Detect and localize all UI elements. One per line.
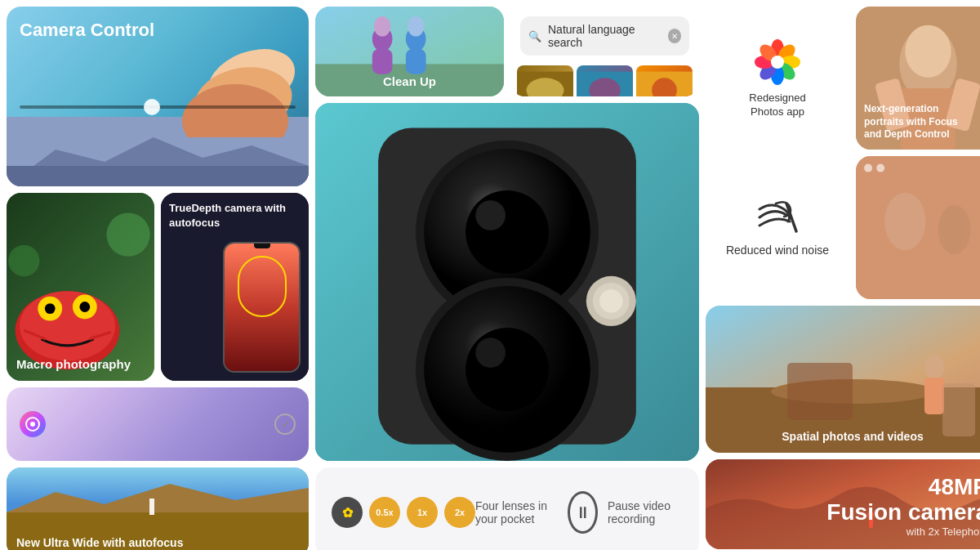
search-bar[interactable]: 🔍 Natural language search ✕ xyxy=(520,16,689,56)
svg-point-58 xyxy=(771,56,784,69)
search-thumb-1 xyxy=(517,65,573,96)
svg-point-30 xyxy=(408,16,425,37)
svg-point-14 xyxy=(106,213,149,257)
pause-button[interactable]: ⏸ xyxy=(568,491,597,534)
svg-rect-77 xyxy=(787,363,853,420)
photos-app-label: RedesignedPhotos app xyxy=(749,92,805,119)
truedepth-card: TrueDepth camera with autofocus xyxy=(161,193,309,381)
photos-app-card: RedesignedPhotos app xyxy=(706,7,849,150)
left-column: Camera Control xyxy=(7,7,309,550)
fusion-big-label: 48MPFusion camera xyxy=(826,475,980,525)
svg-point-41 xyxy=(466,190,549,274)
ultrawide-card: New Ultra Wide with autofocus xyxy=(7,467,309,550)
mid-top-row: Clean Up 🔍 Natural language search ✕ xyxy=(315,7,699,96)
camera-slider-area[interactable] xyxy=(20,105,296,109)
search-text: Natural language search xyxy=(548,23,662,49)
cleanup-card: Clean Up xyxy=(315,7,504,96)
main-grid: Camera Control xyxy=(0,0,980,550)
pause-group: ⏸ Pause video recording xyxy=(568,491,683,534)
fusion-sub-label: with 2x Telephoto xyxy=(826,525,980,538)
svg-point-42 xyxy=(475,200,506,230)
right-column: RedesignedPhotos app Next-generationport… xyxy=(706,7,980,550)
svg-rect-29 xyxy=(406,49,426,74)
camera-control-card: Camera Control xyxy=(7,7,309,186)
svg-point-9 xyxy=(45,303,56,314)
pause-label: Pause video recording xyxy=(608,499,683,525)
next-gen-label: Next-generationportraits with Focusand D… xyxy=(864,103,980,141)
svg-point-27 xyxy=(374,16,391,37)
wind-icon xyxy=(755,197,800,238)
lens-2x-button[interactable]: 2x xyxy=(444,497,475,528)
macro-label: Macro photography xyxy=(16,357,131,371)
truedepth-label: TrueDepth camera with autofocus xyxy=(161,193,309,239)
lens-half-button[interactable]: 0.5x xyxy=(369,497,400,528)
ultrawide-label: New Ultra Wide with autofocus xyxy=(16,536,183,549)
svg-line-65 xyxy=(786,203,796,231)
memory-card: ✓ xyxy=(7,387,309,461)
fusion-text: 48MPFusion camera with 2x Telephoto xyxy=(826,475,980,538)
svg-point-15 xyxy=(8,245,39,276)
memory-icon xyxy=(20,411,46,437)
svg-rect-76 xyxy=(924,378,944,414)
search-card: 🔍 Natural language search ✕ xyxy=(510,7,699,96)
svg-point-11 xyxy=(79,302,90,312)
portrait-card: Next-generationportraits with Focusand D… xyxy=(856,7,980,150)
search-icon: 🔍 xyxy=(528,30,541,42)
wind-card: Reduced wind noise xyxy=(706,156,849,299)
svg-point-68 xyxy=(884,193,925,250)
spatial-label: Spatial photos and videos xyxy=(782,430,923,443)
search-thumb-3 xyxy=(636,65,693,96)
spatial-card: Spatial photos and videos xyxy=(706,306,980,453)
svg-point-75 xyxy=(924,355,944,379)
svg-rect-22 xyxy=(149,499,154,515)
cleanup-label: Clean Up xyxy=(383,74,436,88)
main-phone-card xyxy=(315,103,699,461)
truedepth-macro-row: Macro photography TrueDepth camera with … xyxy=(7,193,309,381)
svg-point-7 xyxy=(20,291,115,360)
wind-noise-row: Reduced wind noise xyxy=(706,156,980,299)
search-clear-button[interactable]: ✕ xyxy=(668,29,681,43)
mid-bottom-bar: ✿ 0.5x 1x 2x Four lenses in your pocket … xyxy=(315,467,699,550)
svg-point-61 xyxy=(905,25,951,78)
wind-label: Reduced wind noise xyxy=(726,243,829,257)
macro-card: Macro photography xyxy=(7,193,154,381)
svg-point-70 xyxy=(864,164,872,172)
svg-point-45 xyxy=(466,328,549,411)
lenses-label: Four lenses in your pocket xyxy=(475,499,568,525)
search-photos-row xyxy=(510,65,699,96)
search-thumb-2 xyxy=(577,65,633,96)
lens-flower-button[interactable]: ✿ xyxy=(332,497,363,528)
photos-redesign-row: RedesignedPhotos app Next-generationport… xyxy=(706,7,980,150)
fusion-card: 48MPFusion camera with 2x Telephoto xyxy=(706,459,980,549)
camera-control-title: Camera Control xyxy=(7,7,309,41)
svg-rect-78 xyxy=(942,383,975,436)
svg-point-69 xyxy=(938,205,971,254)
svg-rect-2 xyxy=(7,166,309,186)
middle-column: Clean Up 🔍 Natural language search ✕ xyxy=(315,7,699,550)
svg-point-71 xyxy=(876,164,884,172)
lens-buttons-group: ✿ 0.5x 1x 2x xyxy=(332,497,475,528)
svg-point-18 xyxy=(30,422,35,427)
portrait-depth-preview xyxy=(856,156,980,299)
svg-rect-26 xyxy=(372,49,393,74)
photos-icon xyxy=(753,38,802,87)
memory-check: ✓ xyxy=(274,414,296,435)
lens-1x-button[interactable]: 1x xyxy=(407,497,438,528)
svg-point-49 xyxy=(599,289,623,313)
svg-point-46 xyxy=(475,338,506,368)
finger-illustration xyxy=(145,39,309,137)
truedepth-phone xyxy=(223,242,301,373)
